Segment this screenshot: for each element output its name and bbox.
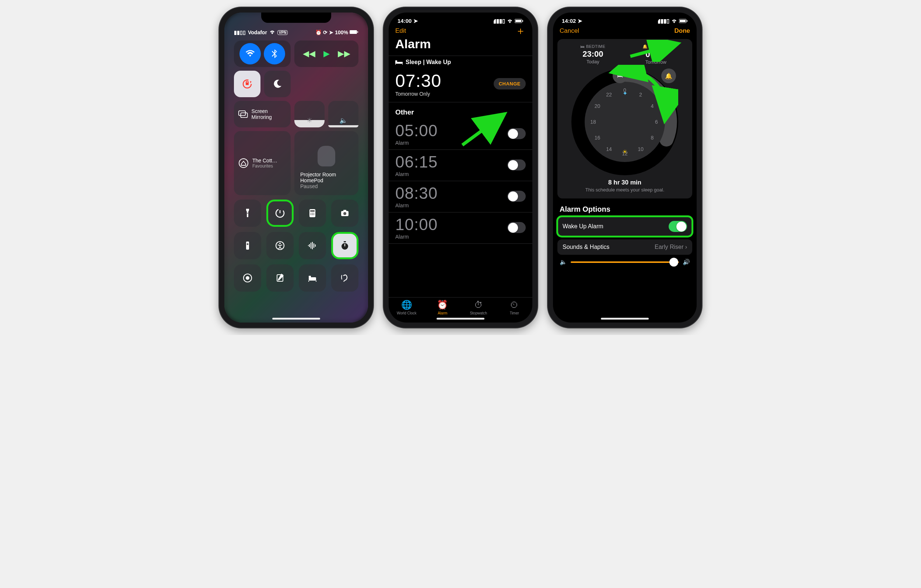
edit-button[interactable]: Edit [395, 27, 406, 35]
phone-control-center: ▮▮▯▯ Vodafor VPN ⏰ ⟳ ➤ 100% [219, 7, 373, 328]
svg-rect-25 [344, 241, 346, 242]
battery-pct: 100% [335, 29, 348, 35]
svg-point-14 [311, 214, 312, 215]
dial-number: 16 [595, 135, 600, 141]
bed-icon: 🛏 [580, 44, 585, 49]
do-not-disturb-toggle[interactable] [264, 71, 291, 97]
dial-number: 0 [623, 87, 626, 93]
svg-rect-38 [680, 20, 686, 22]
done-button[interactable]: Done [675, 27, 690, 35]
dial-number: 22 [606, 92, 612, 97]
alarm-row[interactable]: 05:00 Alarm [389, 119, 532, 150]
svg-point-6 [239, 159, 248, 167]
change-button[interactable]: CHANGE [494, 78, 526, 89]
rewind-icon[interactable]: ◀◀ [303, 49, 315, 58]
sleep-dial[interactable]: ✦ ☀ 0246810121416182022 🛏 🔔 [571, 68, 678, 175]
homepod-icon [317, 146, 335, 166]
volume-high-icon: 🔊 [683, 258, 690, 265]
wifi-icon [269, 29, 275, 35]
tab-world-clock[interactable]: 🌐World Clock [389, 300, 425, 315]
alarm-icon: ⏰ [437, 300, 448, 310]
home-favourites-tile[interactable]: The Cott… Favourites [234, 131, 291, 195]
svg-point-21 [247, 244, 249, 245]
volume-icon: 🔈 [339, 116, 347, 125]
sleep-button[interactable] [299, 264, 326, 292]
remote-button[interactable] [234, 232, 261, 259]
add-alarm-button[interactable]: ＋ [516, 27, 526, 35]
alarm-row[interactable]: 08:30 Alarm [389, 181, 532, 213]
wake-up-alarm-row[interactable]: Wake Up Alarm [557, 216, 692, 236]
homepod-state: Paused [300, 184, 317, 189]
alarm-row[interactable]: 10:00 Alarm [389, 213, 532, 244]
svg-rect-3 [246, 83, 249, 85]
tab-timer[interactable]: ⏲Timer [496, 300, 533, 315]
brightness-icon: ☀ [306, 116, 312, 125]
homepod-tile[interactable]: Projector Room HomePod Paused [295, 131, 358, 195]
dial-number: 12 [622, 151, 628, 156]
volume-row[interactable]: 🔈 🔊 [553, 255, 696, 265]
svg-point-23 [279, 243, 281, 244]
dial-number: 10 [638, 146, 644, 152]
sounds-haptics-row[interactable]: Sounds & Haptics Early Riser › [557, 239, 692, 255]
alarm-icon: ⏰ [315, 29, 322, 35]
tab-stopwatch[interactable]: ⏱Stopwatch [460, 300, 496, 315]
forward-icon[interactable]: ▶▶ [338, 49, 350, 58]
lock-icon: ⟳ [323, 29, 327, 35]
alarm-switch[interactable] [507, 222, 526, 233]
connectivity-group[interactable] [234, 41, 291, 67]
wake-up-alarm-switch[interactable] [669, 221, 687, 232]
volume-slider[interactable]: 🔈 [328, 101, 358, 127]
flashlight-button[interactable] [234, 200, 261, 227]
svg-point-16 [314, 214, 315, 215]
schedule-card: 🛏BEDTIME 23:00 Today 🔔WAKE UP 07:30 Tomo… [557, 39, 692, 198]
screen-record-button[interactable] [234, 264, 261, 292]
play-icon[interactable]: ▶ [324, 49, 330, 58]
bell-icon: 🔔 [643, 44, 648, 49]
media-controls[interactable]: ◀◀ ▶ ▶▶ [295, 41, 358, 67]
stopwatch-icon: ⏱ [474, 300, 483, 310]
brightness-slider[interactable]: ☀ [295, 101, 325, 127]
svg-rect-30 [309, 276, 311, 278]
voice-memo-button[interactable] [299, 232, 326, 259]
wifi-toggle[interactable] [239, 43, 261, 65]
dial-number: 8 [651, 135, 654, 141]
alarm-switch[interactable] [507, 191, 526, 202]
hearing-button[interactable] [331, 264, 358, 292]
alarm-switch[interactable] [507, 159, 526, 171]
camera-button[interactable] [331, 200, 358, 227]
svg-point-11 [311, 213, 312, 214]
alarm-row[interactable]: 06:15 Alarm [389, 150, 532, 181]
cancel-button[interactable]: Cancel [560, 27, 579, 35]
svg-rect-1 [357, 31, 358, 33]
screen-mirroring-tile[interactable]: Screen Mirroring [234, 101, 291, 127]
signal-icon: ▮▮▮▯ [493, 18, 505, 24]
alarm-switch[interactable] [507, 128, 526, 139]
notes-button[interactable] [266, 264, 294, 292]
svg-point-7 [247, 213, 248, 214]
status-bar: ▮▮▯▯ Vodafor VPN ⏰ ⟳ ➤ 100% [234, 29, 358, 35]
wakeup-handle[interactable]: 🔔 [661, 68, 676, 83]
wake-up-alarm-row: 07:30 Tomorrow Only CHANGE [389, 68, 532, 102]
other-section-header: Other [389, 102, 532, 119]
alarm-label: Alarm [395, 203, 438, 208]
timer-icon: ⏲ [510, 300, 519, 310]
svg-rect-4 [239, 111, 245, 115]
orientation-lock-toggle[interactable] [234, 71, 260, 97]
carrier-label: Vodafor [248, 29, 267, 35]
stopwatch-button[interactable] [331, 232, 358, 259]
bed-icon [395, 60, 403, 65]
tab-alarm[interactable]: ⏰Alarm [425, 300, 461, 315]
home-sub: Favourites [252, 164, 277, 169]
alarm-time: 06:15 [395, 153, 438, 171]
dial-number: 6 [655, 119, 658, 125]
accessibility-button[interactable] [266, 232, 294, 259]
alarm-label: Alarm [395, 171, 438, 177]
timer-button[interactable] [266, 200, 294, 227]
alarm-time: 08:30 [395, 184, 438, 203]
bedtime-handle[interactable]: 🛏 [613, 68, 627, 83]
calculator-button[interactable] [299, 200, 326, 227]
svg-rect-18 [343, 210, 346, 211]
home-icon [238, 158, 249, 168]
alarm-time: 10:00 [395, 215, 438, 234]
bluetooth-toggle[interactable] [264, 43, 285, 65]
